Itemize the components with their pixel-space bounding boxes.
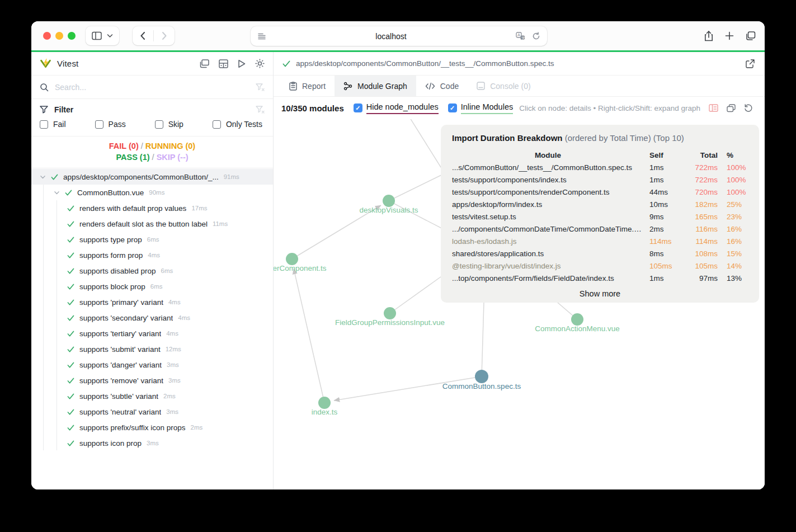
graph-node[interactable] xyxy=(571,313,583,326)
filter-pass-checkbox[interactable]: Pass xyxy=(95,120,126,129)
table-row[interactable]: tests/support/components/renderComponent… xyxy=(452,186,748,198)
graph-node-label[interactable]: CommonActionMenu.vue xyxy=(535,324,620,333)
table-row[interactable]: lodash-es/lodash.js114ms114ms16% xyxy=(452,235,748,247)
translate-icon[interactable]: A文 xyxy=(516,32,525,40)
test-row[interactable]: supports 'remove' variant3ms xyxy=(31,373,273,388)
test-row[interactable]: renders default slot as the button label… xyxy=(31,216,273,232)
check-icon xyxy=(67,393,74,399)
checkbox-icon[interactable] xyxy=(155,120,163,129)
test-label: supports 'remove' variant xyxy=(79,376,163,385)
table-row[interactable]: tests/support/components/index.ts1ms722m… xyxy=(452,173,748,186)
table-row[interactable]: ...s/CommonButton/__tests__/CommonButton… xyxy=(452,161,748,173)
test-row[interactable]: supports 'primary' variant4ms xyxy=(31,294,273,310)
graph-node[interactable] xyxy=(475,370,488,383)
graph-node-label[interactable]: desktopVisuals.ts xyxy=(360,206,418,214)
test-label: supports block prop xyxy=(79,283,145,291)
checkbox-icon[interactable] xyxy=(40,120,48,129)
forward-icon[interactable] xyxy=(162,31,167,40)
checked-checkbox-icon[interactable]: ✓ xyxy=(448,103,457,112)
external-link-icon[interactable] xyxy=(746,59,755,68)
run-all-icon[interactable] xyxy=(238,59,246,68)
graph-node-label[interactable]: renderComponent.ts xyxy=(274,264,327,272)
table-row[interactable]: tests/vitest.setup.ts9ms165ms23% xyxy=(452,210,748,223)
sidebar-toggle-group[interactable] xyxy=(86,26,119,45)
clear-filter-icon[interactable] xyxy=(256,106,265,114)
cell-self: 105ms xyxy=(649,262,679,270)
table-row[interactable]: apps/desktop/form/index.ts10ms182ms25% xyxy=(452,198,748,210)
tab-code[interactable]: Code xyxy=(416,76,468,96)
tab-module-graph[interactable]: Module Graph xyxy=(335,76,416,96)
test-row[interactable]: supports prefix/suffix icon props2ms xyxy=(31,420,273,435)
close-window-button[interactable] xyxy=(43,32,51,40)
test-row[interactable]: renders with default prop values17ms xyxy=(31,200,273,216)
reader-view-icon[interactable] xyxy=(257,32,266,40)
back-icon[interactable] xyxy=(140,31,145,40)
check-icon xyxy=(51,174,58,180)
new-tab-icon[interactable] xyxy=(725,31,734,40)
table-row[interactable]: .../components/CommonDateTime/CommonDate… xyxy=(452,223,748,235)
graph-node[interactable] xyxy=(318,397,331,409)
search-input[interactable] xyxy=(55,83,249,92)
duration-table-icon[interactable] xyxy=(709,104,718,112)
filter-fail-checkbox[interactable]: Fail xyxy=(40,120,66,129)
nav-buttons xyxy=(133,26,175,45)
show-more-button[interactable]: Show more xyxy=(452,289,748,298)
reset-view-icon[interactable] xyxy=(744,103,752,112)
stacked-windows-icon[interactable] xyxy=(200,59,209,68)
chevron-down-icon[interactable] xyxy=(54,190,60,195)
tab-label: Report xyxy=(302,82,326,91)
cell-module: ...s/CommonButton/__tests__/CommonButton… xyxy=(452,163,644,172)
test-row[interactable]: supports disabled prop6ms xyxy=(31,263,273,279)
clear-search-filter-icon[interactable] xyxy=(256,83,265,91)
graph-node-label[interactable]: index.ts xyxy=(312,408,338,416)
test-label: CommonButton.vue xyxy=(77,189,144,197)
graph-hint: Click on node: details • Right-click/Shi… xyxy=(519,104,700,112)
graph-node-label[interactable]: FieldGroupPermissionsInput.vue xyxy=(335,318,445,327)
checkbox-icon[interactable] xyxy=(95,120,103,129)
browser-sidebar-icon[interactable] xyxy=(92,31,102,40)
test-row[interactable]: supports 'submit' variant12ms xyxy=(31,341,273,357)
test-row[interactable]: supports type prop6ms xyxy=(31,232,273,247)
test-row[interactable]: apps/desktop/components/CommonButton/_..… xyxy=(31,169,273,185)
panel-title-sub: (ordered by Total Time) (Top 10) xyxy=(565,133,684,143)
graph-node[interactable] xyxy=(383,195,395,207)
graph-node[interactable] xyxy=(384,307,396,319)
checked-checkbox-icon[interactable]: ✓ xyxy=(354,103,362,112)
test-row[interactable]: supports 'danger' variant3ms xyxy=(31,357,273,373)
new-window-icon[interactable] xyxy=(727,104,736,112)
module-graph-canvas[interactable]: desktopVisuals.tsrenderComponent.tsField… xyxy=(274,119,765,489)
chevron-down-icon[interactable] xyxy=(40,175,46,180)
test-row[interactable]: supports icon prop3ms xyxy=(31,435,273,451)
zoom-window-button[interactable] xyxy=(68,32,76,40)
url-text[interactable]: localhost xyxy=(266,32,516,41)
table-row[interactable]: shared/stores/application.ts8ms108ms15% xyxy=(452,247,748,260)
reload-icon[interactable] xyxy=(532,32,540,40)
theme-sun-icon[interactable] xyxy=(255,59,265,68)
inline-modules-checkbox[interactable]: ✓ Inline Modules xyxy=(448,102,514,114)
chevron-down-icon[interactable] xyxy=(107,34,113,38)
hide-node-modules-checkbox[interactable]: ✓ Hide node_modules xyxy=(354,102,439,114)
dashboard-icon[interactable] xyxy=(219,59,228,68)
test-row[interactable]: supports 'secondary' variant4ms xyxy=(31,310,273,326)
table-row[interactable]: ...top/components/Form/fields/FieldDate/… xyxy=(452,272,748,284)
checkbox-icon[interactable] xyxy=(213,120,221,129)
test-row[interactable]: supports block prop6ms xyxy=(31,279,273,294)
test-row[interactable]: CommonButton.vue90ms xyxy=(31,185,273,200)
minimize-window-button[interactable] xyxy=(55,32,63,40)
test-row[interactable]: supports 'subtle' variant2ms xyxy=(31,388,273,404)
graph-node[interactable] xyxy=(286,253,298,265)
share-icon[interactable] xyxy=(704,31,713,41)
console-icon xyxy=(477,82,485,90)
address-bar[interactable]: localhost A文 xyxy=(251,26,547,46)
cell-module: lodash-es/lodash.js xyxy=(452,237,644,246)
tab-console[interactable]: Console (0) xyxy=(468,76,539,96)
graph-node-label[interactable]: CommonButton.spec.ts xyxy=(442,382,521,390)
table-row[interactable]: @testing-library/vue/dist/index.js105ms1… xyxy=(452,260,748,272)
test-row[interactable]: supports form prop4ms xyxy=(31,247,273,263)
tab-report[interactable]: Report xyxy=(280,76,335,96)
test-row[interactable]: supports 'tertiary' variant4ms xyxy=(31,326,273,341)
test-row[interactable]: supports 'neutral' variant3ms xyxy=(31,404,273,420)
filter-skip-checkbox[interactable]: Skip xyxy=(155,120,183,129)
filter-onlytests-checkbox[interactable]: Only Tests xyxy=(213,120,262,129)
tab-overview-icon[interactable] xyxy=(746,31,756,41)
